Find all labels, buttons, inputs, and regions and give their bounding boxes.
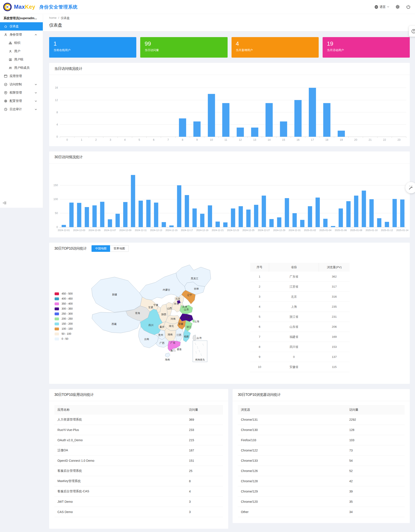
legend-item[interactable]: 300 - 350 bbox=[55, 306, 73, 311]
table-cell: 3 bbox=[250, 292, 269, 302]
table-cell: Chrome/126 bbox=[238, 466, 346, 476]
sidebar-item-identity[interactable]: 身份管理 bbox=[0, 30, 43, 39]
sidebar-item-users[interactable]: 用户 bbox=[0, 47, 43, 56]
legend-swatch bbox=[55, 303, 59, 305]
breadcrumb-home[interactable]: home bbox=[49, 16, 57, 20]
svg-text:2: 2 bbox=[95, 138, 97, 141]
svg-text:16: 16 bbox=[55, 86, 58, 89]
table-cell: 2292 bbox=[346, 415, 405, 425]
table-cell: 369 bbox=[186, 415, 223, 425]
svg-text:辽宁: 辽宁 bbox=[187, 294, 192, 296]
legend-swatch bbox=[55, 323, 59, 325]
table-cell: OpenID Connect 1.0 Demo bbox=[54, 456, 186, 466]
legend-label: 400 - 450 bbox=[62, 297, 73, 300]
table-row: 4上海235 bbox=[250, 302, 350, 312]
legend-item[interactable]: 450 - 500 bbox=[55, 291, 73, 296]
sidebar-item-apps[interactable]: 应用管理 bbox=[0, 72, 43, 80]
table-row: OAuth v2.0_Demo215 bbox=[54, 435, 223, 445]
sidebar-item-label: 仪表盘 bbox=[10, 24, 19, 28]
question-circle-icon bbox=[411, 29, 415, 34]
legend-item[interactable]: 50 - 100 bbox=[55, 332, 73, 336]
svg-text:江苏: 江苏 bbox=[185, 316, 190, 319]
table-cell: 山东省 bbox=[269, 322, 319, 332]
legend-label: 100 - 150 bbox=[62, 327, 73, 330]
sidebar-item-permission[interactable]: 权限管理 bbox=[0, 89, 43, 97]
tab-china-map[interactable]: 中国地图 bbox=[91, 245, 110, 252]
sidebar-subitem-label: 用户 bbox=[14, 49, 20, 53]
table-cell: Chrome/133 bbox=[238, 456, 346, 466]
sidebar-fold-button[interactable] bbox=[3, 201, 7, 206]
legend-item[interactable]: 350 - 400 bbox=[55, 301, 73, 306]
table-cell: Chrome/128 bbox=[238, 476, 346, 486]
sidebar-item-org[interactable]: 组织 bbox=[0, 39, 43, 47]
table-cell: 54 bbox=[346, 456, 405, 466]
table-cell: 4 bbox=[186, 486, 223, 497]
table-row: 3北京316 bbox=[250, 292, 350, 302]
sidebar-item-user-group[interactable]: 用户组 bbox=[0, 56, 43, 64]
svg-text:2025-01-12: 2025-01-12 bbox=[381, 229, 393, 231]
tab-world-map[interactable]: 世界地图 bbox=[110, 245, 129, 252]
help-floating-button[interactable] bbox=[409, 26, 415, 37]
top10-browsers-title: 30日TOP10浏览器访问统计 bbox=[233, 389, 410, 401]
legend-item[interactable]: 200 - 250 bbox=[55, 316, 73, 322]
hourly-visits-title: 当日访问情况统计 bbox=[49, 63, 410, 75]
brand: MaxKey 身份安全管理系统 bbox=[3, 3, 78, 11]
table-cell: 上海 bbox=[269, 302, 319, 312]
monthly-visits-title: 30日访问情况统计 bbox=[49, 152, 410, 163]
legend-item[interactable]: 0 - 50 bbox=[55, 336, 73, 342]
settings-button[interactable] bbox=[395, 5, 400, 9]
home-icon bbox=[4, 25, 7, 28]
svg-text:2024-12-11: 2024-12-11 bbox=[135, 229, 147, 231]
table-cell: Chrome/130 bbox=[238, 425, 346, 435]
top10-apps-card: 30日TOP10应用访问统计 应用名称访问量人力资源管理系统369RuoYi-V… bbox=[49, 389, 228, 529]
sidebar-item-access[interactable]: 访问控制 bbox=[0, 80, 43, 89]
sidebar-item-config[interactable]: 配置管理 bbox=[0, 97, 43, 105]
svg-text:2024-12-07: 2024-12-07 bbox=[104, 229, 116, 231]
legend-item[interactable]: 100 - 150 bbox=[55, 326, 73, 332]
table-cell: 73 bbox=[346, 445, 405, 456]
column-header: 浏览量(PV) bbox=[319, 263, 350, 272]
sidebar-item-dashboard[interactable]: 仪表盘 bbox=[0, 22, 43, 30]
svg-text:100: 100 bbox=[53, 198, 58, 201]
chevron-down-icon bbox=[34, 84, 38, 85]
sidebar: 系统管理员(superadm... 仪表盘身份管理组织用户用户组用户组成员应用管… bbox=[0, 14, 43, 208]
table-row: 10安徽省115 bbox=[250, 362, 350, 372]
column-header: 访问量 bbox=[346, 405, 405, 415]
apps-icon bbox=[4, 74, 7, 78]
table-cell: 3 bbox=[186, 507, 223, 517]
screenshot-tool-button[interactable] bbox=[405, 182, 415, 193]
table-cell: 9 bbox=[250, 352, 269, 362]
legend-item[interactable]: 400 - 450 bbox=[55, 296, 73, 301]
sidebar-item-label: 访问控制 bbox=[10, 83, 22, 86]
logout-button[interactable] bbox=[406, 5, 411, 9]
sidebar-item-group-members[interactable]: 用户组成员 bbox=[0, 64, 43, 72]
legend-label: 0 - 50 bbox=[62, 337, 68, 340]
table-row: CAS Demo3 bbox=[54, 507, 223, 517]
legend-item[interactable]: 250 - 300 bbox=[55, 311, 73, 316]
language-label: 语言 bbox=[380, 5, 386, 9]
svg-text:宁夏: 宁夏 bbox=[153, 304, 158, 306]
table-row: 2江苏省317 bbox=[250, 282, 350, 292]
stat-label: 当月活动用户 bbox=[327, 48, 405, 52]
table-row: 8四川省153 bbox=[250, 342, 350, 352]
legend-item[interactable]: 150 - 200 bbox=[55, 322, 73, 326]
svg-text:贵州: 贵州 bbox=[158, 334, 163, 336]
column-header: 浏览器 bbox=[238, 405, 346, 415]
svg-text:13: 13 bbox=[253, 138, 256, 141]
sidebar-item-audit[interactable]: 日志审计 bbox=[0, 105, 43, 114]
chevron-up-icon bbox=[34, 34, 38, 36]
table-row: 5浙江省231 bbox=[250, 312, 350, 322]
svg-text:台湾: 台湾 bbox=[197, 337, 202, 339]
svg-text:0: 0 bbox=[56, 135, 58, 138]
svg-text:12: 12 bbox=[55, 99, 58, 102]
column-header: 应用名称 bbox=[54, 405, 186, 415]
table-cell: 四川省 bbox=[269, 342, 319, 352]
monthly-visits-card: 30日访问情况统计 0501001502024-12-012024-12-032… bbox=[49, 152, 410, 238]
svg-text:海南: 海南 bbox=[165, 358, 170, 361]
table-cell: 34 bbox=[346, 507, 405, 517]
table-row: 客服后台管理系统25 bbox=[54, 466, 223, 476]
legend-label: 350 - 400 bbox=[62, 302, 73, 305]
table-row: Chrome/12842 bbox=[238, 476, 405, 486]
language-switcher[interactable]: 语言 bbox=[374, 5, 389, 9]
settings-icon bbox=[4, 99, 7, 103]
